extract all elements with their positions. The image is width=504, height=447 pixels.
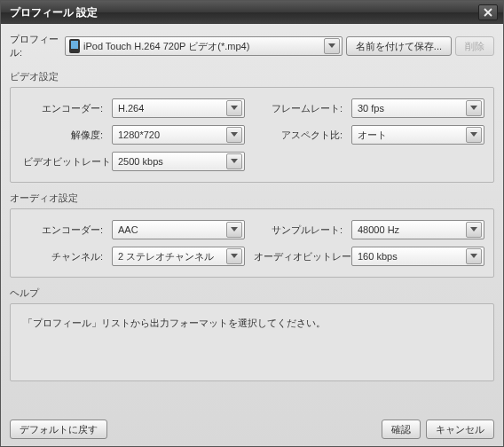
channel-select[interactable]: 2 ステレオチャンネル [112,247,245,266]
audio-bitrate-select[interactable]: 160 kbps [351,247,484,266]
chevron-down-icon [226,222,242,238]
footer: デフォルトに戻す 確認 キャンセル [10,420,494,439]
video-encoder-value: H.264 [118,103,226,114]
samplerate-label: サンプルレート: [254,224,343,237]
resolution-value: 1280*720 [118,129,226,140]
chevron-down-icon [466,222,482,238]
profile-value: iPod Touch H.264 720P ビデオ(*.mp4) [83,40,320,53]
close-icon [484,8,492,17]
framerate-select[interactable]: 30 fps [351,98,484,118]
audio-section: エンコーダー: AAC サンプルレート: 48000 Hz チャンネル: 2 ス… [10,208,494,278]
video-encoder-select[interactable]: H.264 [112,98,245,118]
delete-button[interactable]: 削除 [455,36,494,56]
chevron-down-icon [226,248,242,264]
titlebar: プロフィール 設定 [1,1,503,24]
help-box: 「プロフィール」リストから出力フォーマットを選択してください。 [10,303,494,381]
profile-settings-window: プロフィール 設定 プロフィール: iPod Touch H.264 720P … [0,0,504,447]
resolution-label: 解像度: [23,129,103,142]
framerate-label: フレームレート: [254,102,343,115]
audio-bitrate-value: 160 kbps [358,251,466,262]
channel-value: 2 ステレオチャンネル [118,250,226,263]
cancel-button[interactable]: キャンセル [426,420,494,439]
chevron-down-icon [226,100,242,116]
chevron-down-icon [226,153,242,169]
samplerate-value: 48000 Hz [358,224,466,235]
audio-encoder-label: エンコーダー: [23,224,103,237]
window-title: プロフィール 設定 [10,5,98,20]
channel-label: チャンネル: [23,250,103,263]
save-as-button[interactable]: 名前を付けて保存... [346,36,452,56]
resolution-select[interactable]: 1280*720 [112,125,245,145]
audio-encoder-select[interactable]: AAC [112,220,245,239]
close-button[interactable] [478,4,498,20]
aspect-value: オート [358,129,466,142]
profile-select[interactable]: iPod Touch H.264 720P ビデオ(*.mp4) [65,36,343,56]
audio-section-title: オーディオ設定 [10,192,494,205]
video-encoder-label: エンコーダー: [23,102,103,115]
ok-button[interactable]: 確認 [382,420,421,439]
samplerate-select[interactable]: 48000 Hz [351,220,484,239]
aspect-select[interactable]: オート [351,125,484,145]
content-area: プロフィール: iPod Touch H.264 720P ビデオ(*.mp4)… [1,24,503,446]
framerate-value: 30 fps [358,103,466,114]
chevron-down-icon [466,127,482,143]
audio-encoder-value: AAC [118,224,226,235]
help-section-title: ヘルプ [10,286,494,300]
device-icon [69,39,80,53]
video-section-title: ビデオ設定 [10,70,494,83]
chevron-down-icon [466,100,482,116]
video-section: エンコーダー: H.264 フレームレート: 30 fps 解像度: 1280*… [10,87,494,183]
video-bitrate-value: 2500 kbps [118,156,226,167]
reset-default-button[interactable]: デフォルトに戻す [10,420,107,439]
video-bitrate-label: ビデオビットレート: [23,155,103,169]
chevron-down-icon [226,127,242,143]
video-bitrate-select[interactable]: 2500 kbps [112,152,245,171]
chevron-down-icon [324,38,340,54]
aspect-label: アスペクト比: [254,129,343,142]
help-text: 「プロフィール」リストから出力フォーマットを選択してください。 [23,318,326,328]
profile-label: プロフィール: [10,33,61,59]
audio-bitrate-label: オーディオビットレート: [254,250,343,263]
profile-row: プロフィール: iPod Touch H.264 720P ビデオ(*.mp4)… [10,33,494,59]
chevron-down-icon [466,248,482,264]
